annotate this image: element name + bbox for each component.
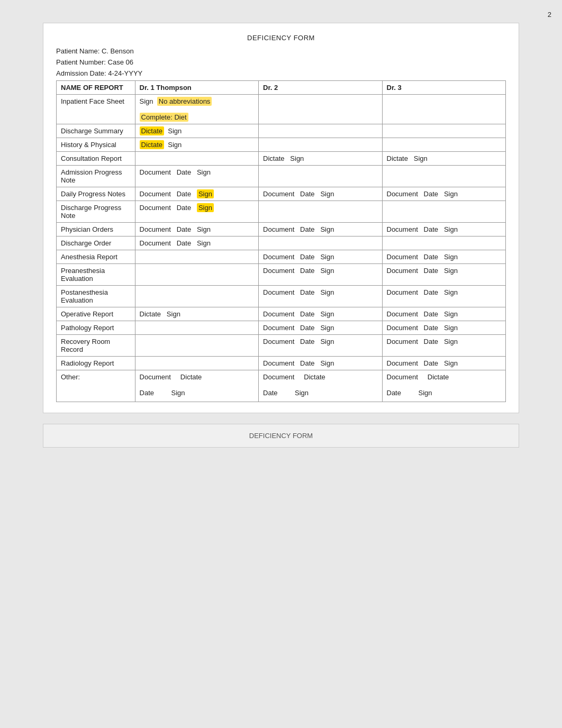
patient-name: Patient Name: C. Benson <box>56 47 506 55</box>
deficiency-form: DEFICIENCY FORM Patient Name: C. Benson … <box>43 23 519 413</box>
dr2-cell <box>259 166 382 187</box>
dr3-cell <box>382 95 506 124</box>
form-title: DEFICIENCY FORM <box>56 34 506 42</box>
dr1-cell: Dictate Sign <box>135 307 258 321</box>
dr1-cell <box>135 335 258 357</box>
table-row: Daily Progress Notes Document Date Sign … <box>57 187 506 201</box>
report-name: Daily Progress Notes <box>57 187 135 201</box>
report-name: Admission Progress Note <box>57 166 135 187</box>
table-row: Radiology Report Document Date Sign Docu… <box>57 357 506 370</box>
dr2-cell: Document Date Sign <box>259 264 382 286</box>
dr2-cell <box>259 95 382 124</box>
report-name: Anesthesia Report <box>57 250 135 264</box>
dr1-cell: Sign No abbreviations Complete: Diet <box>135 95 258 124</box>
dr3-cell: Document Date Sign <box>382 264 506 286</box>
dr3-cell: Document Date Sign <box>382 321 506 335</box>
dr2-cell: Document DictateDate Sign <box>259 370 382 402</box>
dictate-badge: Dictate <box>140 140 164 149</box>
dr3-cell <box>382 236 506 250</box>
table-row: Discharge Summary Dictate Sign <box>57 124 506 138</box>
report-name: Discharge Summary <box>57 124 135 138</box>
dictate-badge: Dictate <box>140 126 164 135</box>
dr3-cell <box>382 166 506 187</box>
dr1-cell: Document Date Sign <box>135 236 258 250</box>
dr1-cell: Document Date Sign <box>135 187 258 201</box>
dr2-cell: Document Date Sign <box>259 335 382 357</box>
dr3-cell: Document Date Sign <box>382 335 506 357</box>
dr3-cell: Document Date Sign <box>382 223 506 236</box>
dr1-cell <box>135 250 258 264</box>
dr1-cell <box>135 264 258 286</box>
dr1-cell <box>135 286 258 307</box>
table-row: Postanesthesia Evaluation Document Date … <box>57 286 506 307</box>
dr2-cell: Dictate Sign <box>259 152 382 166</box>
report-name: Inpatient Face Sheet <box>57 95 135 124</box>
table-row: Discharge Order Document Date Sign <box>57 236 506 250</box>
sign-badge: Sign <box>197 189 214 198</box>
dr3-cell <box>382 138 506 152</box>
dr1-cell: Document Date Sign <box>135 166 258 187</box>
dr2-cell: Document Date Sign <box>259 187 382 201</box>
complete-diet-badge: Complete: Diet <box>140 113 188 122</box>
report-name: Pathology Report <box>57 321 135 335</box>
report-name: History & Physical <box>57 138 135 152</box>
report-name: Operative Report <box>57 307 135 321</box>
table-row: Recovery Room Record Document Date Sign … <box>57 335 506 357</box>
table-row: Consultation Report Dictate Sign Dictate… <box>57 152 506 166</box>
dr3-cell: Document DictateDate Sign <box>382 370 506 402</box>
dr1-cell: Document Date Sign <box>135 223 258 236</box>
report-name: Preanesthesia Evaluation <box>57 264 135 286</box>
dr3-cell: Document Date Sign <box>382 307 506 321</box>
dr3-cell <box>382 201 506 223</box>
dr3-cell: Document Date Sign <box>382 250 506 264</box>
dr2-cell: Document Date Sign <box>259 223 382 236</box>
dr2-cell: Document Date Sign <box>259 286 382 307</box>
dr1-cell <box>135 152 258 166</box>
table-row: Preanesthesia Evaluation Document Date S… <box>57 264 506 286</box>
report-name: Recovery Room Record <box>57 335 135 357</box>
dr1-cell: Dictate Sign <box>135 138 258 152</box>
dr2-cell: Document Date Sign <box>259 357 382 370</box>
dr1-cell: Dictate Sign <box>135 124 258 138</box>
report-name: Physician Orders <box>57 223 135 236</box>
table-row: History & Physical Dictate Sign <box>57 138 506 152</box>
dr1-cell: Document Date Sign <box>135 201 258 223</box>
report-name: Discharge Progress Note <box>57 201 135 223</box>
page-number: 2 <box>11 11 551 19</box>
dr2-cell <box>259 236 382 250</box>
dr3-cell: Document Date Sign <box>382 187 506 201</box>
dr2-cell: Document Date Sign <box>259 250 382 264</box>
table-row: Anesthesia Report Document Date Sign Doc… <box>57 250 506 264</box>
table-row: Other: Document DictateDate Sign Documen… <box>57 370 506 402</box>
header-report: NAME OF REPORT <box>57 81 135 95</box>
report-name: Consultation Report <box>57 152 135 166</box>
table-header-row: NAME OF REPORT Dr. 1 Thompson Dr. 2 Dr. … <box>57 81 506 95</box>
table-row: Admission Progress Note Document Date Si… <box>57 166 506 187</box>
report-name: Radiology Report <box>57 357 135 370</box>
dr3-cell: Document Date Sign <box>382 357 506 370</box>
report-name: Postanesthesia Evaluation <box>57 286 135 307</box>
dr2-cell <box>259 138 382 152</box>
dr1-cell <box>135 357 258 370</box>
report-name: Discharge Order <box>57 236 135 250</box>
dr2-cell <box>259 124 382 138</box>
deficiency-table: NAME OF REPORT Dr. 1 Thompson Dr. 2 Dr. … <box>56 80 506 402</box>
table-row: Discharge Progress Note Document Date Si… <box>57 201 506 223</box>
dr3-cell: Dictate Sign <box>382 152 506 166</box>
table-row: Pathology Report Document Date Sign Docu… <box>57 321 506 335</box>
footer-form-title: DEFICIENCY FORM <box>43 424 519 448</box>
patient-number: Patient Number: Case 06 <box>56 58 506 66</box>
header-dr1: Dr. 1 Thompson <box>135 81 258 95</box>
dr2-cell: Document Date Sign <box>259 321 382 335</box>
dr3-cell <box>382 124 506 138</box>
header-dr2: Dr. 2 <box>259 81 382 95</box>
dr2-cell <box>259 201 382 223</box>
report-name: Other: <box>57 370 135 402</box>
dr1-cell: Document DictateDate Sign <box>135 370 258 402</box>
no-abbreviations-badge: No abbreviations <box>157 97 212 106</box>
sign-badge: Sign <box>197 203 214 212</box>
table-row: Operative Report Dictate Sign Document D… <box>57 307 506 321</box>
table-row: Inpatient Face Sheet Sign No abbreviatio… <box>57 95 506 124</box>
admission-date: Admission Date: 4-24-YYYY <box>56 69 506 77</box>
dr1-cell <box>135 321 258 335</box>
